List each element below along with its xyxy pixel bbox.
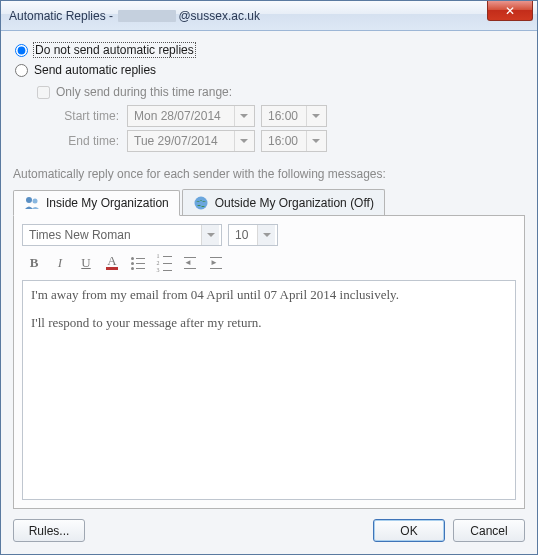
time-range-block: Only send during this time range: Start … [37,81,525,155]
radio-send-label: Send automatic replies [34,63,156,77]
dialog-content: Do not send automatic replies Send autom… [1,31,537,554]
bold-button[interactable]: B [22,252,46,274]
editor-line: I'll respond to your message after my re… [31,315,507,331]
tab-bar: Inside My Organization Outside My Organi… [13,189,525,215]
increase-indent-icon: ► [210,257,222,269]
radio-do-not-send[interactable] [15,44,28,57]
font-color-button[interactable]: A [100,252,124,274]
start-time-row: Start time: Mon 28/07/2014 16:00 [37,105,525,127]
underline-icon: U [81,255,90,271]
italic-button[interactable]: I [48,252,72,274]
cancel-button[interactable]: Cancel [453,519,525,542]
font-toolbar: Times New Roman 10 [22,224,516,246]
start-time-label: Start time: [37,109,127,123]
radio-do-not-send-label: Do not send automatic replies [34,43,195,57]
font-size-dropdown[interactable]: 10 [228,224,278,246]
end-date-value: Tue 29/07/2014 [134,134,218,148]
chevron-down-icon [234,131,252,151]
font-name-dropdown[interactable]: Times New Roman [22,224,222,246]
svg-point-1 [33,199,38,204]
tab-outside-organization[interactable]: Outside My Organization (Off) [182,189,385,215]
decrease-indent-button[interactable]: ◄ [178,252,202,274]
title-suffix: @sussex.ac.uk [178,9,260,23]
end-date-dropdown[interactable]: Tue 29/07/2014 [127,130,255,152]
chevron-down-icon [234,106,252,126]
rules-button[interactable]: Rules... [13,519,85,542]
section-description: Automatically reply once for each sender… [13,167,525,181]
radio-do-not-send-row: Do not send automatic replies [13,43,525,57]
start-date-value: Mon 28/07/2014 [134,109,221,123]
message-editor[interactable]: I'm away from my email from 04 April unt… [22,280,516,500]
tab-panel-inside: Times New Roman 10 B I U A [13,215,525,509]
checkbox-only-range-row: Only send during this time range: [37,85,525,99]
ok-button-label: OK [400,524,417,538]
chevron-down-icon [306,106,324,126]
start-date-dropdown[interactable]: Mon 28/07/2014 [127,105,255,127]
chevron-down-icon [257,225,275,245]
people-icon [24,195,40,211]
numbered-list-button[interactable]: 1 2 3 [152,252,176,274]
underline-button[interactable]: U [74,252,98,274]
decrease-indent-icon: ◄ [184,257,196,269]
checkbox-only-range-label: Only send during this time range: [56,85,232,99]
cancel-button-label: Cancel [470,524,507,538]
bullet-list-icon [131,257,145,270]
numbered-list-icon: 1 2 3 [157,254,172,273]
font-size-value: 10 [235,228,248,242]
tab-inside-label: Inside My Organization [46,196,169,210]
rules-button-label: Rules... [29,524,70,538]
end-time-label: End time: [37,134,127,148]
title-prefix: Automatic Replies - [9,9,116,23]
window-title: Automatic Replies - @sussex.ac.uk [9,9,260,23]
increase-indent-button[interactable]: ► [204,252,228,274]
dialog-footer: Rules... OK Cancel [13,509,525,542]
close-icon: ✕ [505,4,515,18]
end-hour-value: 16:00 [268,134,298,148]
radio-send-row: Send automatic replies [13,63,525,77]
end-time-row: End time: Tue 29/07/2014 16:00 [37,130,525,152]
start-hour-value: 16:00 [268,109,298,123]
svg-point-0 [26,197,32,203]
font-name-value: Times New Roman [29,228,131,242]
start-hour-dropdown[interactable]: 16:00 [261,105,327,127]
svg-point-2 [194,196,207,209]
ok-button[interactable]: OK [373,519,445,542]
checkbox-only-range[interactable] [37,86,50,99]
format-toolbar: B I U A 1 2 3 [22,252,516,274]
tab-inside-organization[interactable]: Inside My Organization [13,190,180,216]
italic-icon: I [58,255,62,271]
end-hour-dropdown[interactable]: 16:00 [261,130,327,152]
titlebar: Automatic Replies - @sussex.ac.uk ✕ [1,1,537,31]
radio-send[interactable] [15,64,28,77]
editor-line: I'm away from my email from 04 April unt… [31,287,507,303]
bold-icon: B [30,255,39,271]
chevron-down-icon [201,225,219,245]
chevron-down-icon [306,131,324,151]
font-color-icon: A [106,256,118,270]
tab-outside-label: Outside My Organization (Off) [215,196,374,210]
bullet-list-button[interactable] [126,252,150,274]
close-button[interactable]: ✕ [487,1,533,21]
redacted-username [118,10,176,22]
globe-icon [193,195,209,211]
